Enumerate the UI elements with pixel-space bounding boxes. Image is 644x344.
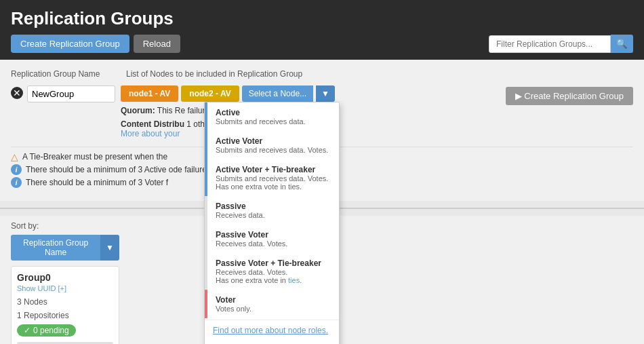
node-role-dropdown: Active Submits and receives data. Active… — [204, 102, 340, 344]
create-rep-icon: ▶ — [515, 91, 525, 101]
sort-button[interactable]: Replication Group Name — [11, 235, 100, 261]
dropdown-item-voter[interactable]: Voter Votes only. — [205, 290, 339, 318]
create-replication-group-button[interactable]: Create Replication Group — [11, 35, 129, 53]
dropdown-divider — [205, 320, 339, 320]
main-area: Replication Group Name List of Nodes to … — [0, 60, 644, 201]
dropdown-av-tiebreaker-sub1: Submits and receives data. Votes. — [216, 174, 331, 183]
info-icon-1: i — [11, 164, 22, 175]
group-name: Group0 — [17, 272, 113, 283]
pending-text: 0 pending — [33, 326, 69, 335]
reload-button[interactable]: Reload — [134, 35, 180, 53]
header-toolbar: Create Replication Group Reload 🔍 — [11, 35, 633, 53]
sort-label: Sort by: — [11, 221, 119, 231]
page-title: Replication Groups — [11, 8, 633, 29]
dropdown-active-title: Active — [216, 108, 331, 117]
dropdown-pv-tiebreaker-title: Passive Voter + Tie-breaker — [216, 259, 331, 268]
table-header: Replication Group Name List of Nodes to … — [11, 66, 633, 83]
dropdown-item-active-voter[interactable]: Active Voter Submits and receives data. … — [205, 131, 339, 159]
check-icon: ✓ — [24, 326, 31, 335]
dropdown-active-voter-sub: Submits and receives data. Votes. — [216, 146, 331, 154]
warning-active-suffix: ode failure. — [166, 165, 209, 174]
group-nodes-count: 3 Nodes — [17, 297, 113, 307]
info-icon-2: i — [11, 177, 22, 188]
dropdown-item-pv-tiebreaker[interactable]: Passive Voter + Tie-breaker Receives dat… — [205, 253, 339, 290]
node1-button[interactable]: node1 - AV — [121, 85, 178, 102]
dropdown-passive-sub: Receives data. — [216, 211, 331, 219]
content-dist-label: Content Distribu — [121, 119, 184, 129]
col-nodes-header: List of Nodes to be included in Replicat… — [126, 69, 633, 79]
dropdown-item-passive-voter[interactable]: Passive Voter Receives data. Votes. — [205, 225, 339, 253]
search-box: 🔍 — [489, 35, 633, 53]
warning-active-text: There should be a minimum of 3 Active — [26, 165, 166, 174]
dropdown-passive-voter-sub: Receives data. Votes. — [216, 240, 331, 248]
group-name-input[interactable] — [27, 85, 115, 102]
dropdown-voter-title: Voter — [216, 295, 331, 305]
new-group-row: ✕ node1 - AV node2 - AV Select a Node...… — [11, 83, 633, 141]
select-node-button[interactable]: Select a Node... — [242, 85, 313, 102]
dropdown-item-passive[interactable]: Passive Receives data. — [205, 196, 339, 225]
warning-voter-text: There should be a minimum of 3 Voter f — [26, 178, 168, 187]
dropdown-av-tiebreaker-sub2: Has one extra vote in ties. — [216, 183, 331, 191]
group-card: Group0 Show UUID [+] 3 Nodes 1 Repositor… — [11, 266, 119, 344]
search-input[interactable] — [489, 35, 611, 53]
header-buttons: Create Replication Group Reload — [11, 35, 180, 53]
triangle-warning-icon: △ — [11, 151, 18, 162]
search-icon: 🔍 — [616, 39, 628, 49]
remove-node-link[interactable]: Remove node — [205, 339, 339, 344]
dropdown-av-tiebreaker-title: Active Voter + Tie-breaker — [216, 165, 331, 174]
sort-caret-button[interactable]: ▼ — [100, 235, 119, 261]
select-node-caret[interactable]: ▼ — [316, 85, 335, 102]
dropdown-active-sub: Submits and receives data. — [216, 117, 331, 126]
ties-link[interactable]: ties — [288, 276, 300, 284]
col-name-header: Replication Group Name — [11, 69, 126, 79]
node2-button[interactable]: node2 - AV — [181, 85, 239, 102]
dropdown-active-voter-title: Active Voter — [216, 136, 331, 146]
dropdown-pv-tiebreaker-sub2: Has one extra vote in ties. — [216, 276, 331, 284]
warning-tiebreaker-text: A Tie-Breaker must be present when the — [22, 152, 167, 161]
group-repos-count: 1 Repositories — [17, 311, 113, 320]
quorum-text: This Re — [157, 106, 185, 115]
dropdown-item-av-tiebreaker[interactable]: Active Voter + Tie-breaker Submits and r… — [205, 159, 339, 196]
find-out-more-link[interactable]: Find out more about node roles. — [205, 322, 339, 339]
node-buttons-row: node1 - AV node2 - AV Select a Node... ▼ — [121, 85, 335, 102]
search-button[interactable]: 🔍 — [611, 35, 633, 53]
dropdown-pv-tiebreaker-sub1: Receives data. Votes. — [216, 268, 331, 276]
sort-group: Replication Group Name ▼ — [11, 235, 119, 261]
quorum-label: Quorum: — [121, 106, 155, 115]
header: Replication Groups Create Replication Gr… — [0, 0, 644, 60]
create-rep-group-button[interactable]: ▶ Create Replication Group — [506, 87, 633, 105]
left-panel: Sort by: Replication Group Name ▼ Group0… — [11, 221, 119, 344]
dropdown-passive-voter-title: Passive Voter — [216, 230, 331, 240]
remove-group-button[interactable]: ✕ — [11, 87, 23, 99]
pending-badge: ✓ 0 pending — [17, 324, 76, 337]
dropdown-item-active[interactable]: Active Submits and receives data. — [205, 102, 339, 131]
show-uuid-link[interactable]: Show UUID [+] — [17, 284, 66, 292]
dropdown-passive-title: Passive — [216, 202, 331, 211]
dropdown-voter-sub: Votes only. — [216, 305, 331, 313]
